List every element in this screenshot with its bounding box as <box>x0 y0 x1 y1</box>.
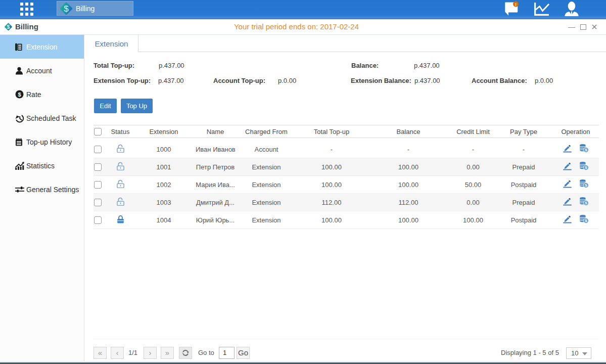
svg-text:$: $ <box>64 4 69 14</box>
svg-text:!: ! <box>515 2 517 7</box>
svg-text:$: $ <box>18 92 21 98</box>
